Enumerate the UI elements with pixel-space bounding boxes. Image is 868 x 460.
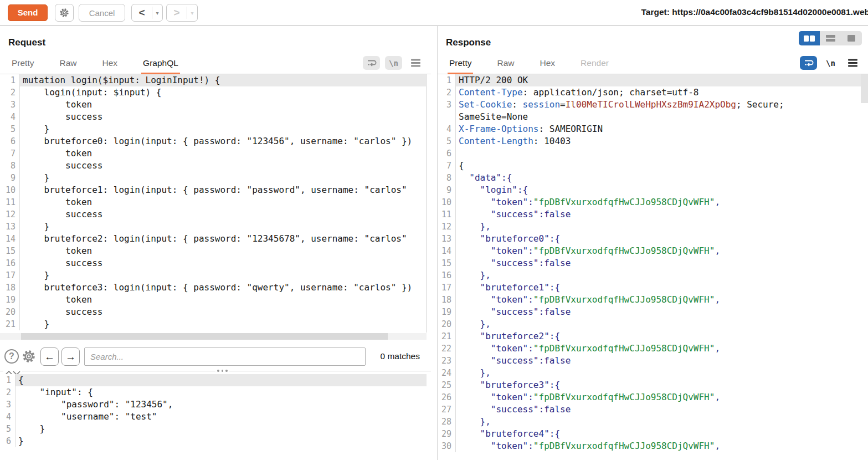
- code-line[interactable]: 4 "username": "test": [0, 411, 427, 423]
- code-line[interactable]: 18 "token":"fpDBfVxurxodfqfHwCJJo958CDjQ…: [438, 294, 868, 306]
- code-line[interactable]: 14 "token":"fpDBfVxurxodfqfHwCJJo958CDjQ…: [438, 245, 868, 257]
- code-text: Content-Length: 10403: [456, 135, 868, 147]
- code-line[interactable]: 13 }: [0, 221, 426, 233]
- code-line[interactable]: 11 token: [0, 196, 426, 208]
- tab-pretty[interactable]: Pretty: [448, 54, 473, 74]
- search-next-button[interactable]: →: [61, 347, 80, 366]
- drag-handle-icon[interactable]: [215, 370, 229, 372]
- code-line[interactable]: 21 }: [0, 318, 426, 330]
- tab-graphql[interactable]: GraphQL: [141, 54, 180, 74]
- horizontal-scrollbar[interactable]: [0, 333, 427, 340]
- response-menu-button[interactable]: [844, 56, 861, 70]
- code-line[interactable]: 18 bruteforce3: login(input: { password:…: [0, 282, 426, 294]
- code-line[interactable]: 6: [438, 147, 868, 160]
- code-line[interactable]: 2 login(input: $input) {: [0, 86, 426, 99]
- send-button[interactable]: Send: [8, 4, 48, 21]
- code-line[interactable]: 1mutation login($input: LoginInput!) {: [0, 74, 426, 86]
- tab-raw[interactable]: Raw: [58, 54, 78, 74]
- layout-single-pane-button[interactable]: [841, 31, 862, 45]
- code-line[interactable]: 20 },: [438, 318, 868, 330]
- tab-raw[interactable]: Raw: [495, 54, 516, 74]
- vertical-scrollbar-thumb[interactable]: [861, 74, 868, 103]
- layout-split-columns-button[interactable]: [799, 31, 820, 45]
- code-line[interactable]: 13 "bruteforce0":{: [438, 233, 868, 245]
- code-line[interactable]: 22 "token":"fpDBfVxurxodfqfHwCJJo958CDjQ…: [438, 343, 868, 355]
- request-menu-button[interactable]: [407, 56, 424, 70]
- layout-split-rows-button[interactable]: [820, 31, 841, 45]
- show-newlines-toggle-button[interactable]: \n: [385, 56, 402, 70]
- send-settings-button[interactable]: [55, 4, 74, 22]
- code-line[interactable]: 20 success: [0, 306, 426, 318]
- scrollbar-thumb[interactable]: [21, 333, 388, 340]
- code-line[interactable]: 7 token: [0, 147, 426, 160]
- code-line[interactable]: 5 }: [0, 423, 427, 435]
- code-line[interactable]: 23 "success":false: [438, 355, 868, 367]
- search-help-button[interactable]: ?: [4, 349, 19, 364]
- code-line[interactable]: 28 },: [438, 416, 868, 428]
- code-line[interactable]: 3Set-Cookie: session=Il00MeTICrolLWeHpHX…: [438, 99, 868, 111]
- cancel-button[interactable]: Cancel: [79, 4, 125, 22]
- code-line[interactable]: 9 "login":{: [438, 184, 868, 196]
- code-line[interactable]: 16 success: [0, 257, 426, 269]
- code-line[interactable]: 24 },: [438, 367, 868, 379]
- code-line[interactable]: 12 },: [438, 221, 868, 233]
- code-line[interactable]: 2 "input": {: [0, 386, 427, 398]
- forward-icon[interactable]: >: [167, 4, 187, 21]
- code-line[interactable]: 15 token: [0, 245, 426, 257]
- code-line[interactable]: 1HTTP/2 200 OK: [438, 74, 868, 86]
- request-editor[interactable]: 1mutation login($input: LoginInput!) {2 …: [0, 74, 427, 333]
- code-text: "bruteforce0":{: [456, 233, 868, 245]
- show-newlines-toggle-button[interactable]: \n: [822, 56, 839, 70]
- code-line[interactable]: 3 "password": "123456",: [0, 398, 427, 411]
- code-line[interactable]: 4 success: [0, 111, 426, 123]
- code-line[interactable]: 19 "success":false: [438, 306, 868, 318]
- soft-wrap-toggle-button[interactable]: [363, 56, 380, 70]
- code-line[interactable]: 21 "bruteforce2":{: [438, 330, 868, 343]
- code-line[interactable]: 17 "bruteforce1":{: [438, 282, 868, 294]
- line-number: 3: [0, 398, 16, 411]
- code-line[interactable]: 11 "success":false: [438, 208, 868, 221]
- code-line[interactable]: 16 },: [438, 269, 868, 282]
- code-line[interactable]: 25 "bruteforce3":{: [438, 379, 868, 391]
- graphql-variables-editor[interactable]: 1{2 "input": {3 "password": "123456",4 "…: [0, 374, 427, 460]
- code-text: }: [20, 318, 426, 330]
- soft-wrap-toggle-button[interactable]: [800, 56, 817, 70]
- tab-render[interactable]: Render: [579, 54, 610, 74]
- code-line[interactable]: 15 "success":false: [438, 257, 868, 269]
- search-settings-button[interactable]: [21, 349, 37, 364]
- code-line[interactable]: 26 "token":"fpDBfVxurxodfqfHwCJJo958CDjQ…: [438, 391, 868, 403]
- code-line[interactable]: 8 "data":{: [438, 172, 868, 184]
- code-line[interactable]: 12 success: [0, 208, 426, 221]
- code-line[interactable]: 10 bruteforce1: login(input: { password:…: [0, 184, 426, 196]
- code-line[interactable]: SameSite=None: [438, 111, 868, 123]
- code-text: X-Frame-Options: SAMEORIGIN: [456, 123, 868, 135]
- code-line[interactable]: 10 "token":"fpDBfVxurxodfqfHwCJJo958CDjQ…: [438, 196, 868, 208]
- back-dropdown-icon[interactable]: ▾: [152, 4, 162, 21]
- code-line[interactable]: 4X-Frame-Options: SAMEORIGIN: [438, 123, 868, 135]
- code-line[interactable]: 5 }: [0, 123, 426, 135]
- code-line[interactable]: 17 }: [0, 269, 426, 282]
- code-line[interactable]: 9 }: [0, 172, 426, 184]
- forward-dropdown-icon[interactable]: ▾: [187, 4, 197, 21]
- tab-pretty[interactable]: Pretty: [10, 54, 35, 74]
- code-line[interactable]: 5Content-Length: 10403: [438, 135, 868, 147]
- tab-hex[interactable]: Hex: [538, 54, 557, 74]
- search-previous-button[interactable]: ←: [40, 347, 59, 366]
- code-line[interactable]: 2Content-Type: application/json; charset…: [438, 86, 868, 99]
- code-line[interactable]: 6 bruteforce0: login(input: { password: …: [0, 135, 426, 147]
- code-line[interactable]: 8 success: [0, 160, 426, 172]
- search-input[interactable]: [84, 347, 366, 366]
- code-line[interactable]: 3 token: [0, 99, 426, 111]
- code-line[interactable]: 29 "bruteforce4":{: [438, 428, 868, 440]
- code-line[interactable]: 14 bruteforce2: login(input: { password:…: [0, 233, 426, 245]
- code-line[interactable]: 30 "token":"fpDBfVxurxodfqfHwCJJo958CDjQ…: [438, 440, 868, 452]
- code-line[interactable]: 1{: [0, 374, 427, 386]
- line-number: 13: [0, 221, 20, 233]
- response-editor[interactable]: 1HTTP/2 200 OK2Content-Type: application…: [438, 74, 868, 460]
- back-icon[interactable]: <: [132, 4, 152, 21]
- code-line[interactable]: 19 token: [0, 294, 426, 306]
- code-line[interactable]: 6}: [0, 435, 427, 447]
- tab-hex[interactable]: Hex: [101, 54, 120, 74]
- code-line[interactable]: 7{: [438, 160, 868, 172]
- code-line[interactable]: 27 "success":false: [438, 403, 868, 416]
